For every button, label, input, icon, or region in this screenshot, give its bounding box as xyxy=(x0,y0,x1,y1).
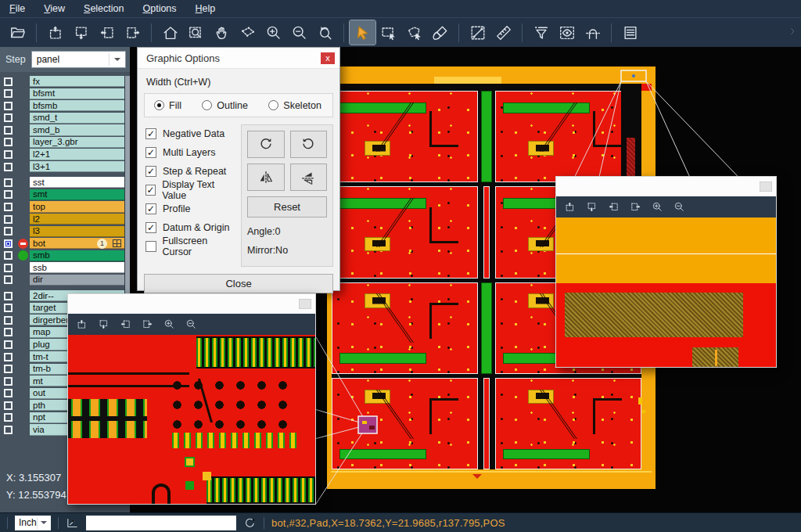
layer-row-ssb[interactable]: ssb xyxy=(0,262,124,273)
layer-visibility-checkbox[interactable] xyxy=(4,178,13,187)
tool-select-rectangle[interactable] xyxy=(375,20,401,45)
zoomwin-tool-pan-right[interactable] xyxy=(630,201,641,213)
mirror-horizontal-axis-button[interactable] xyxy=(290,164,328,191)
layer-visibility-checkbox[interactable] xyxy=(4,163,13,171)
tool-measure-distance[interactable] xyxy=(465,20,490,45)
layer-visibility-checkbox[interactable] xyxy=(4,239,13,248)
layer-row-l3[interactable]: l3 xyxy=(0,226,124,237)
tool-zoom-out[interactable] xyxy=(286,20,312,45)
layer-row-smb[interactable]: smb xyxy=(0,250,124,261)
tool-filter[interactable] xyxy=(528,20,554,45)
zoomwin-tool-zoom-out[interactable] xyxy=(185,318,197,330)
layer-grid-icon[interactable] xyxy=(113,239,121,247)
layer-visibility-checkbox[interactable] xyxy=(4,77,13,86)
layer-visibility-checkbox[interactable] xyxy=(4,426,13,434)
mirror-vertical-axis-button[interactable] xyxy=(247,164,285,191)
tool-zoom-polygon[interactable] xyxy=(235,20,260,45)
rotate-ccw-button[interactable] xyxy=(290,131,328,158)
radio-circle[interactable] xyxy=(268,100,278,110)
layer-row-l3-1[interactable]: l3+1 xyxy=(0,161,124,172)
zoomwin-tool-pan-down[interactable] xyxy=(98,318,110,330)
option-profile[interactable]: ✓Profile xyxy=(144,200,236,218)
tool-pan-left[interactable] xyxy=(94,20,120,45)
tool-zoom-window[interactable] xyxy=(183,20,209,45)
layer-row-bfsmt[interactable]: bfsmt xyxy=(0,88,124,99)
layer-row-smd-t[interactable]: smd_t xyxy=(0,113,124,124)
zoomwin-tool-zoom-in[interactable] xyxy=(163,318,175,330)
layer-visibility-checkbox[interactable] xyxy=(4,377,13,386)
layer-visibility-checkbox[interactable] xyxy=(4,340,13,349)
layer-row-top[interactable]: top xyxy=(0,201,124,212)
checkbox[interactable]: ✓ xyxy=(145,222,156,233)
layer-visibility-checkbox[interactable] xyxy=(4,203,13,211)
layer-visibility-checkbox[interactable] xyxy=(4,251,13,260)
menu-item-view[interactable]: View xyxy=(44,3,65,14)
step-select[interactable]: panel xyxy=(31,51,126,68)
zoom-window-left-titlebar[interactable] xyxy=(68,294,315,314)
radio-skeleton[interactable]: Skeleton xyxy=(268,100,321,111)
zoom-view-fiducials[interactable] xyxy=(556,217,776,367)
layer-visibility-checkbox[interactable] xyxy=(4,389,13,397)
zoomwin-tool-pan-left[interactable] xyxy=(120,318,131,330)
layer-row-dir[interactable]: dir xyxy=(0,275,124,286)
tool-select-polygon[interactable] xyxy=(401,20,427,45)
angle-measure-icon[interactable] xyxy=(66,516,79,530)
menu-item-file[interactable]: File xyxy=(9,3,25,14)
radio-fill[interactable]: Fill xyxy=(154,100,181,111)
radio-circle[interactable] xyxy=(154,100,164,110)
option-datum-origin[interactable]: ✓Datum & Origin xyxy=(144,218,236,237)
layer-visibility-checkbox[interactable] xyxy=(4,89,13,98)
tool-measure-ruler[interactable] xyxy=(490,20,516,45)
tool-paint-brush[interactable] xyxy=(427,20,453,45)
layer-row-l2[interactable]: l2 xyxy=(0,214,124,225)
radio-outline[interactable]: Outline xyxy=(202,100,248,111)
dialog-title[interactable]: Graphic Options xyxy=(138,48,339,69)
zoom-window-right-button[interactable] xyxy=(760,182,772,192)
checkbox[interactable]: ✓ xyxy=(145,203,156,214)
zoom-window-left-button[interactable] xyxy=(299,299,311,309)
tool-pan-right[interactable] xyxy=(120,20,145,45)
menu-item-options[interactable]: Options xyxy=(142,3,176,14)
layer-row-bot[interactable]: bot1 xyxy=(0,238,124,249)
zoomwin-tool-pan-up[interactable] xyxy=(564,201,576,213)
zoomwin-tool-pan-down[interactable] xyxy=(586,201,598,213)
zoomwin-tool-pan-up[interactable] xyxy=(76,318,88,330)
layer-row-smd-b[interactable]: smd_b xyxy=(0,124,124,135)
layer-visibility-checkbox[interactable] xyxy=(4,264,13,272)
layer-visibility-checkbox[interactable] xyxy=(4,292,13,300)
option-display-text-value[interactable]: ✓Display Text Value xyxy=(144,181,236,200)
layer-visibility-checkbox[interactable] xyxy=(4,102,13,110)
layer-row-layer-3-gbr[interactable]: layer_3.gbr xyxy=(0,137,124,148)
tool-show-selection[interactable] xyxy=(554,20,580,45)
close-button[interactable]: Close xyxy=(144,274,333,293)
zoom-view-detail[interactable] xyxy=(68,335,315,504)
layer-row-sst[interactable]: sst xyxy=(0,177,124,188)
radio-circle[interactable] xyxy=(202,100,212,110)
tool-pan-down[interactable] xyxy=(68,20,94,45)
checkbox[interactable]: ✓ xyxy=(145,166,156,177)
menu-item-selection[interactable]: Selection xyxy=(84,3,124,14)
layer-visibility-checkbox[interactable] xyxy=(4,126,13,135)
layer-visibility-checkbox[interactable] xyxy=(4,353,13,361)
layer-visibility-checkbox[interactable] xyxy=(4,150,13,159)
tool-zoom-previous[interactable] xyxy=(312,20,338,45)
tool-snap[interactable] xyxy=(580,20,605,45)
tool-pan-hand[interactable] xyxy=(209,20,235,45)
toolbar-overflow-chevron[interactable] xyxy=(787,26,798,40)
layer-visibility-checkbox[interactable] xyxy=(4,215,13,224)
layer-row-l2-1[interactable]: l2+1 xyxy=(0,149,124,160)
layer-visibility-checkbox[interactable] xyxy=(4,138,13,146)
tool-select-cursor[interactable] xyxy=(350,20,375,45)
zoomwin-tool-pan-left[interactable] xyxy=(608,201,620,213)
option-multi-layers[interactable]: ✓Multi Layers xyxy=(144,143,236,162)
layer-row-bfsmb[interactable]: bfsmb xyxy=(0,100,124,111)
layer-visibility-checkbox[interactable] xyxy=(4,190,13,199)
command-input[interactable] xyxy=(86,516,236,530)
tool-pan-up[interactable] xyxy=(42,20,68,45)
checkbox[interactable]: ✓ xyxy=(145,147,156,158)
layer-visibility-checkbox[interactable] xyxy=(4,275,13,284)
layer-visibility-checkbox[interactable] xyxy=(4,316,13,325)
tool-layers-form[interactable] xyxy=(617,20,643,45)
option-step-repeat[interactable]: ✓Step & Repeat xyxy=(144,162,236,181)
layer-visibility-checkbox[interactable] xyxy=(4,304,13,312)
